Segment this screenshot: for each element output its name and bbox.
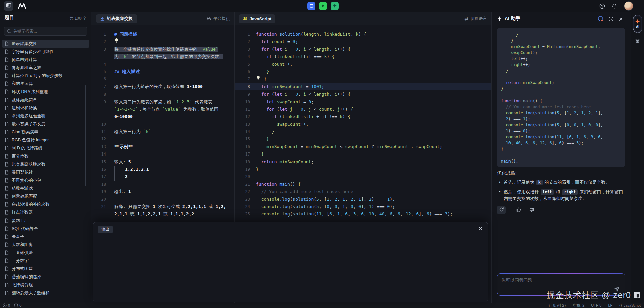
problem-sidebar: 题目 共 100 个 链表聚集交换字符串有多少种可能性简单四则计算青海湖租车之旅…	[0, 12, 91, 303]
regenerate-button[interactable]	[497, 206, 506, 214]
sidebar-scrollbar[interactable]	[85, 85, 86, 186]
sidebar-problem-item[interactable]: 番茄编辑的选择	[2, 273, 89, 281]
warnings-icon[interactable]	[14, 303, 18, 307]
notifications-icon[interactable]	[612, 3, 617, 9]
sidebar-problem-item[interactable]: 暴雨梨花针	[2, 168, 89, 176]
encoding-setting[interactable]: UTF-8	[591, 303, 601, 307]
sidebar-problem-item[interactable]: 比赛最高获胜次数	[2, 160, 89, 168]
code-line: 12	[91, 135, 235, 143]
sidebar-problem-item[interactable]: 字符串有多少种可能性	[2, 48, 89, 56]
sidebar-problem-item[interactable]: 叠盘子	[2, 233, 89, 241]
sidebar-problem-item[interactable]: 打点计数器	[2, 208, 89, 217]
ai-bullet: 然后，使用双指针 left 和 right 来滑动窗口，计算窗口内需要交换的次数…	[498, 189, 623, 202]
search-box[interactable]	[4, 27, 87, 36]
ai-chat-input[interactable]	[497, 274, 625, 295]
sidebar-problem-item[interactable]: 计算位置 x 到 y 的最少步数	[2, 72, 89, 80]
document-icon	[5, 146, 9, 150]
sidebar-problem-item[interactable]: 穿越沙漠的补给次数	[2, 200, 89, 208]
sidebar-problem-item[interactable]: Cion 勒索病毒	[2, 128, 89, 136]
ai-assistant-rail-button[interactable]: AI	[633, 15, 642, 33]
document-icon	[5, 258, 9, 263]
lightbulb-icon[interactable]	[256, 75, 261, 83]
sidebar-problem-item[interactable]: 进制求和转换	[2, 104, 89, 112]
braces-icon: {}	[619, 303, 622, 307]
close-ai-panel-icon[interactable]	[619, 17, 623, 21]
line-number: 18	[235, 158, 250, 166]
sidebar-problem-item[interactable]: 创意标题匹配	[2, 192, 89, 200]
document-icon	[5, 274, 9, 279]
eol-setting[interactable]: LF	[608, 303, 612, 307]
thumbs-up-button[interactable]	[514, 206, 523, 214]
help-icon[interactable]	[599, 3, 605, 9]
errors-icon[interactable]	[3, 303, 7, 307]
document-icon	[5, 242, 9, 247]
code-line: 3 for (let i = 0; i < length; i++) {	[235, 46, 492, 53]
line-number: 17	[235, 150, 250, 158]
sidebar-problem-item[interactable]: 分布式团建	[2, 265, 89, 273]
problem-tab[interactable]: 链表聚集交换	[96, 14, 137, 23]
problem-panel-header: 链表聚集交换 平台提供	[91, 12, 235, 25]
ai-assistant-panel: AI 助手 } } minSwapCount = Math.min(minSwa…	[492, 12, 631, 303]
sidebar-problem-item[interactable]: 百分位数	[2, 152, 89, 160]
language-mode[interactable]: {} JavaScript	[619, 303, 641, 307]
inline-code-chip: k	[536, 180, 543, 185]
problem-title: 猜数字游戏	[12, 186, 33, 191]
cursor-position[interactable]: 行 8, 列 27	[548, 303, 566, 308]
line-number: 18	[91, 181, 106, 188]
sidebar-problem-item[interactable]: 及格如此简单	[2, 96, 89, 104]
sidebar-problem-item[interactable]: 不再贪心的小包	[2, 176, 89, 184]
sidebar-problem-item[interactable]: 猜数字游戏	[2, 184, 89, 192]
code-line: 13 swapCount++;	[235, 121, 492, 128]
indentation-setting[interactable]: 空格: 2	[573, 303, 584, 308]
sidebar-problem-item[interactable]: 拿到最多红包金额	[2, 112, 89, 120]
document-icon	[5, 98, 9, 102]
sidebar-problem-item[interactable]: 阿 D 的飞行路线	[2, 144, 89, 152]
line-number: 16	[235, 143, 250, 150]
switch-language-button[interactable]: ⇄ 切换语言	[464, 12, 487, 25]
problem-title: 二分数字	[12, 258, 29, 264]
run-button[interactable]	[319, 2, 327, 10]
debug-button[interactable]	[307, 2, 315, 10]
history-icon[interactable]	[608, 16, 614, 22]
sidebar-problem-item[interactable]: 二叉树供暖	[2, 249, 89, 257]
sidebar-problem-item[interactable]: 链表聚集交换	[2, 40, 89, 48]
line-number: 13	[235, 121, 250, 128]
problem-title: 创意标题匹配	[12, 194, 37, 199]
line-number: 23	[235, 196, 250, 203]
bug-report-button[interactable]	[634, 38, 641, 46]
sidebar-problem-item[interactable]: 飞行棋分组	[2, 281, 89, 289]
language-tab[interactable]: JS JavaScript	[239, 14, 275, 23]
sidebar-problem-item[interactable]: 和的逆运算	[2, 80, 89, 88]
sidebar-problem-item[interactable]: 大数和距离	[2, 241, 89, 249]
close-output-icon[interactable]	[479, 226, 482, 232]
swap-arrows-icon: ⇄	[464, 16, 468, 21]
ai-bullet: 首先，记录值为 k 的节点的索引，而不仅仅是个数。	[498, 179, 623, 186]
thumbs-down-button[interactable]	[527, 206, 536, 214]
code-line: left++;	[501, 56, 621, 62]
sidebar-problem-item[interactable]: 翻转后最大子数组和	[2, 289, 89, 297]
code-line: 为 `k` 的节点都聚到一起，给出需要的最少交换次数。	[91, 53, 235, 60]
search-input[interactable]	[13, 29, 84, 34]
lightbulb-icon[interactable]	[114, 38, 120, 45]
code-line: 11 for (let j = 0; j < count; j++) {	[235, 106, 492, 113]
sidebar-problem-item[interactable]: 蛋糕工厂	[2, 217, 89, 225]
document-icon	[5, 138, 9, 142]
sidebar-problem-item[interactable]: 环状 DNA 序列整理	[2, 88, 89, 96]
sidebar-problem-item[interactable]: SQL 代码补全	[2, 225, 89, 233]
sidebar-problem-item[interactable]: 二分数字	[2, 257, 89, 265]
sidebar-title: 题目	[5, 15, 14, 21]
new-chat-icon[interactable]	[598, 16, 603, 22]
line-number: 1	[235, 30, 250, 38]
problem-title: 暴雨梨花针	[12, 170, 33, 175]
line-number	[91, 210, 106, 218]
code-line: swapCount);	[501, 50, 621, 56]
sidebar-problem-item[interactable]: 青海湖租车之旅	[2, 64, 89, 72]
submit-button[interactable]	[331, 2, 339, 10]
sidebar-problem-item[interactable]: 最小替换子串长度	[2, 120, 89, 128]
document-icon	[5, 57, 9, 62]
user-avatar[interactable]	[624, 1, 633, 11]
sidebar-problem-item[interactable]: 简单四则计算	[2, 56, 89, 64]
line-number: 3	[91, 46, 106, 53]
sidebar-toggle-button[interactable]	[4, 1, 13, 11]
sidebar-problem-item[interactable]: RGB 色值转 Integer	[2, 136, 89, 144]
